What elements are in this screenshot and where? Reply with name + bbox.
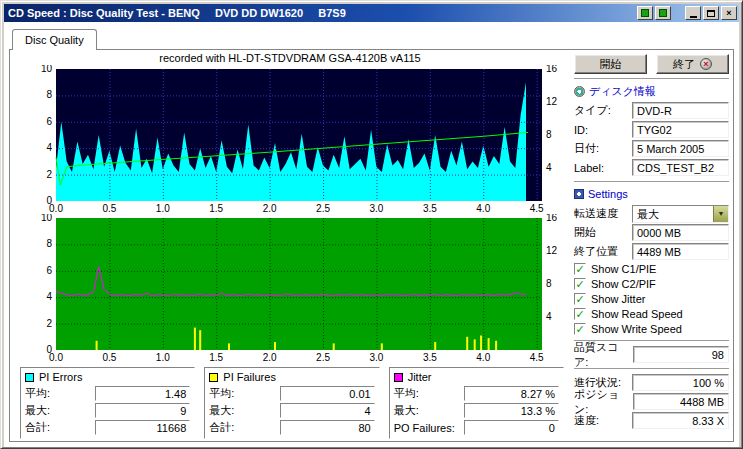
progress-value: 100 % (632, 374, 729, 391)
settings-icon (574, 189, 584, 199)
maximize-button[interactable] (703, 6, 719, 20)
tab-strip: Disc Quality (9, 28, 734, 49)
svg-text:10: 10 (41, 65, 53, 74)
end-position-field[interactable]: 4489 MB (632, 243, 729, 260)
pie-speed-chart: 10864201612840.00.51.01.52.02.53.03.54.0… (14, 65, 566, 215)
chart-column: recorded with HL-DT-STDVDRAM GSA-4120B v… (14, 52, 566, 439)
show-write-speed-label: Show Write Speed (591, 323, 682, 335)
jitter-title: Jitter (408, 371, 432, 383)
disc-type-label: タイプ: (574, 103, 611, 118)
pi-errors-max: 9 (95, 403, 190, 418)
svg-text:8: 8 (546, 129, 552, 140)
checkbox-row-show-read-speed: ✓ Show Read Speed (574, 306, 729, 321)
control-panel: 開始 終了 × ディスク情報 タイプ:DVD-R ID:TYG02 日付:5 M… (566, 52, 731, 439)
svg-text:3.0: 3.0 (369, 352, 383, 363)
po-failures-label: PO Failures: (394, 422, 464, 434)
transfer-speed-dropdown[interactable]: 最大 ▼ (632, 205, 729, 223)
svg-text:16: 16 (546, 214, 558, 223)
svg-text:2.0: 2.0 (263, 352, 277, 363)
checkbox-row-show-c1pie: ✓ Show C1/PIE (574, 261, 729, 276)
pi-errors-panel: PI Errors 平均:1.48 最大:9 合計:11668 (20, 367, 195, 439)
app-window: CD Speed : Disc Quality Test - BENQ DVD … (0, 0, 743, 449)
disc-type-value: DVD-R (632, 102, 729, 119)
svg-text:6: 6 (46, 116, 52, 127)
tab-page: recorded with HL-DT-STDVDRAM GSA-4120B v… (9, 49, 734, 442)
exit-button[interactable]: 終了 × (656, 54, 729, 74)
pi-failures-max: 4 (280, 403, 375, 418)
start-position-field[interactable]: 0000 MB (632, 224, 729, 241)
show-write-speed-checkbox[interactable]: ✓ (574, 323, 586, 335)
show-read-speed-checkbox[interactable]: ✓ (574, 308, 586, 320)
close-icon: × (726, 8, 731, 18)
jitter-max: 13.3 % (464, 403, 559, 418)
client-area: Disc Quality recorded with HL-DT-STDVDRA… (4, 22, 739, 447)
total-label: 合計: (209, 420, 279, 435)
disc-date-label: 日付: (574, 141, 599, 156)
svg-text:0.5: 0.5 (102, 352, 116, 363)
jitter-avg: 8.27 % (464, 386, 559, 401)
maximize-icon (707, 10, 715, 17)
svg-text:1.0: 1.0 (156, 203, 170, 214)
svg-text:4: 4 (546, 311, 552, 322)
separator (574, 368, 729, 370)
jitter-pif-chart: 10864201612840.00.51.01.52.02.53.03.54.0… (14, 214, 566, 364)
settings-title: Settings (588, 188, 628, 200)
show-c2pif-checkbox[interactable]: ✓ (574, 278, 586, 290)
green-app-icon (641, 9, 649, 17)
svg-text:0.0: 0.0 (49, 352, 63, 363)
disc-date-value: 5 March 2005 (632, 140, 729, 157)
start-position-label: 開始 (574, 225, 596, 240)
window-title: CD Speed : Disc Quality Test - BENQ DVD … (8, 4, 635, 22)
pi-failures-total: 80 (280, 420, 375, 435)
svg-text:4.0: 4.0 (476, 203, 490, 214)
svg-text:4.5: 4.5 (530, 352, 544, 363)
green-app-icon (659, 9, 667, 17)
svg-text:1.0: 1.0 (156, 352, 170, 363)
minimize-button[interactable] (685, 6, 701, 20)
svg-text:4: 4 (46, 292, 52, 303)
pi-failures-avg: 0.01 (280, 386, 375, 401)
total-label: 合計: (25, 420, 95, 435)
svg-text:8: 8 (546, 278, 552, 289)
jitter-panel: Jitter 平均:8.27 % 最大:13.3 % PO Failures:0 (389, 367, 564, 439)
pi-failures-title: PI Failures (223, 371, 276, 383)
disc-id-label: ID: (574, 124, 588, 136)
show-c1pie-checkbox[interactable]: ✓ (574, 263, 586, 275)
pi-errors-avg: 1.48 (95, 386, 190, 401)
show-jitter-checkbox[interactable]: ✓ (574, 293, 586, 305)
transfer-speed-label: 転送速度 (574, 206, 618, 221)
po-failures-value: 0 (464, 420, 559, 435)
svg-text:12: 12 (546, 245, 558, 256)
svg-text:3.5: 3.5 (423, 352, 437, 363)
disc-label-label: Label: (574, 162, 604, 174)
pi-errors-title: PI Errors (39, 371, 82, 383)
start-button-label: 開始 (600, 57, 622, 72)
show-c1pie-label: Show C1/PIE (591, 263, 656, 275)
disc-icon (574, 86, 585, 97)
svg-text:2: 2 (46, 318, 52, 329)
max-label: 最大: (394, 403, 464, 418)
disc-id-value: TYG02 (632, 121, 729, 138)
svg-text:16: 16 (546, 65, 558, 74)
close-button[interactable]: × (721, 6, 737, 20)
titlebar-green-icon-2[interactable] (655, 6, 671, 20)
speed-value: 8.33 X (632, 412, 729, 429)
svg-text:4: 4 (46, 142, 52, 153)
exit-icon: × (700, 58, 712, 70)
max-label: 最大: (25, 403, 95, 418)
pi-errors-total: 11668 (95, 420, 190, 435)
checkbox-row-show-write-speed: ✓ Show Write Speed (574, 321, 729, 336)
svg-text:2.5: 2.5 (316, 203, 330, 214)
tab-disc-quality[interactable]: Disc Quality (12, 29, 97, 50)
avg-label: 平均: (394, 386, 464, 401)
svg-text:6: 6 (46, 265, 52, 276)
chevron-down-icon[interactable]: ▼ (713, 206, 728, 222)
show-c2pif-label: Show C2/PIF (591, 278, 656, 290)
pi-failures-swatch (209, 373, 218, 382)
separator (574, 78, 729, 80)
titlebar-green-icon-1[interactable] (637, 6, 653, 20)
svg-text:0.0: 0.0 (49, 203, 63, 214)
svg-text:4: 4 (546, 162, 552, 173)
svg-text:12: 12 (546, 96, 558, 107)
start-button[interactable]: 開始 (574, 54, 647, 74)
